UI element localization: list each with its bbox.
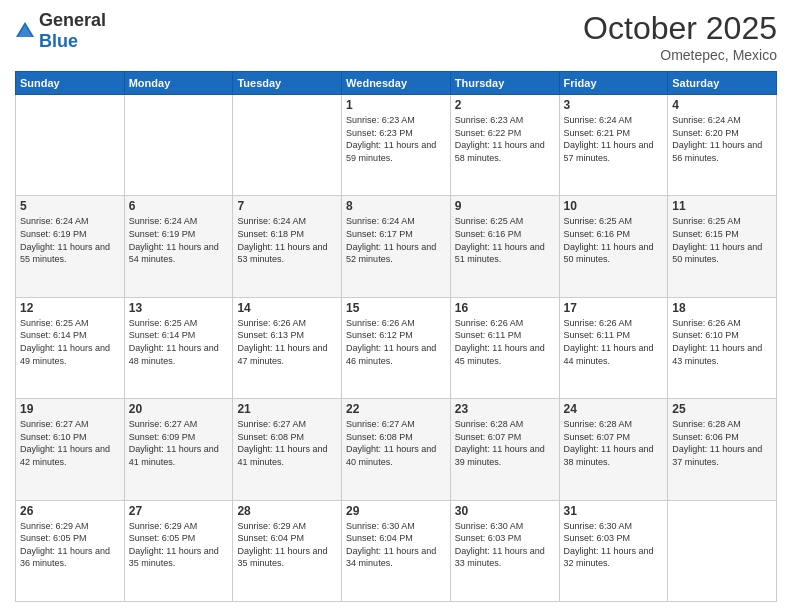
calendar-cell: 7Sunrise: 6:24 AMSunset: 6:18 PMDaylight…	[233, 196, 342, 297]
day-info: Sunrise: 6:29 AMSunset: 6:05 PMDaylight:…	[129, 520, 229, 570]
header: General Blue October 2025 Ometepec, Mexi…	[15, 10, 777, 63]
calendar-cell: 9Sunrise: 6:25 AMSunset: 6:16 PMDaylight…	[450, 196, 559, 297]
day-number: 8	[346, 199, 446, 213]
day-info: Sunrise: 6:25 AMSunset: 6:14 PMDaylight:…	[20, 317, 120, 367]
day-info: Sunrise: 6:24 AMSunset: 6:18 PMDaylight:…	[237, 215, 337, 265]
calendar-cell: 30Sunrise: 6:30 AMSunset: 6:03 PMDayligh…	[450, 500, 559, 601]
calendar-cell: 13Sunrise: 6:25 AMSunset: 6:14 PMDayligh…	[124, 297, 233, 398]
calendar-cell: 23Sunrise: 6:28 AMSunset: 6:07 PMDayligh…	[450, 399, 559, 500]
calendar-week-5: 26Sunrise: 6:29 AMSunset: 6:05 PMDayligh…	[16, 500, 777, 601]
day-info: Sunrise: 6:28 AMSunset: 6:06 PMDaylight:…	[672, 418, 772, 468]
day-number: 21	[237, 402, 337, 416]
day-header-monday: Monday	[124, 72, 233, 95]
day-number: 1	[346, 98, 446, 112]
calendar-cell: 1Sunrise: 6:23 AMSunset: 6:23 PMDaylight…	[342, 95, 451, 196]
day-info: Sunrise: 6:24 AMSunset: 6:17 PMDaylight:…	[346, 215, 446, 265]
calendar-cell: 17Sunrise: 6:26 AMSunset: 6:11 PMDayligh…	[559, 297, 668, 398]
day-number: 4	[672, 98, 772, 112]
calendar-cell: 8Sunrise: 6:24 AMSunset: 6:17 PMDaylight…	[342, 196, 451, 297]
day-header-saturday: Saturday	[668, 72, 777, 95]
day-info: Sunrise: 6:26 AMSunset: 6:11 PMDaylight:…	[455, 317, 555, 367]
calendar-week-3: 12Sunrise: 6:25 AMSunset: 6:14 PMDayligh…	[16, 297, 777, 398]
day-info: Sunrise: 6:25 AMSunset: 6:14 PMDaylight:…	[129, 317, 229, 367]
calendar-week-2: 5Sunrise: 6:24 AMSunset: 6:19 PMDaylight…	[16, 196, 777, 297]
day-number: 16	[455, 301, 555, 315]
logo-blue: Blue	[39, 31, 78, 51]
logo: General Blue	[15, 10, 106, 52]
calendar-week-1: 1Sunrise: 6:23 AMSunset: 6:23 PMDaylight…	[16, 95, 777, 196]
calendar-cell: 15Sunrise: 6:26 AMSunset: 6:12 PMDayligh…	[342, 297, 451, 398]
calendar-week-4: 19Sunrise: 6:27 AMSunset: 6:10 PMDayligh…	[16, 399, 777, 500]
day-info: Sunrise: 6:27 AMSunset: 6:08 PMDaylight:…	[237, 418, 337, 468]
calendar-cell: 14Sunrise: 6:26 AMSunset: 6:13 PMDayligh…	[233, 297, 342, 398]
day-info: Sunrise: 6:26 AMSunset: 6:12 PMDaylight:…	[346, 317, 446, 367]
day-info: Sunrise: 6:25 AMSunset: 6:16 PMDaylight:…	[455, 215, 555, 265]
logo-icon	[15, 21, 35, 41]
calendar-cell: 20Sunrise: 6:27 AMSunset: 6:09 PMDayligh…	[124, 399, 233, 500]
calendar-cell	[233, 95, 342, 196]
day-number: 23	[455, 402, 555, 416]
day-number: 12	[20, 301, 120, 315]
calendar-cell: 2Sunrise: 6:23 AMSunset: 6:22 PMDaylight…	[450, 95, 559, 196]
day-number: 24	[564, 402, 664, 416]
logo-text: General Blue	[39, 10, 106, 52]
day-header-wednesday: Wednesday	[342, 72, 451, 95]
day-number: 29	[346, 504, 446, 518]
day-info: Sunrise: 6:29 AMSunset: 6:04 PMDaylight:…	[237, 520, 337, 570]
day-info: Sunrise: 6:27 AMSunset: 6:08 PMDaylight:…	[346, 418, 446, 468]
calendar-cell	[124, 95, 233, 196]
day-number: 30	[455, 504, 555, 518]
day-info: Sunrise: 6:26 AMSunset: 6:10 PMDaylight:…	[672, 317, 772, 367]
day-number: 3	[564, 98, 664, 112]
day-number: 2	[455, 98, 555, 112]
day-number: 27	[129, 504, 229, 518]
day-info: Sunrise: 6:27 AMSunset: 6:10 PMDaylight:…	[20, 418, 120, 468]
calendar-cell: 10Sunrise: 6:25 AMSunset: 6:16 PMDayligh…	[559, 196, 668, 297]
day-info: Sunrise: 6:25 AMSunset: 6:15 PMDaylight:…	[672, 215, 772, 265]
day-info: Sunrise: 6:24 AMSunset: 6:20 PMDaylight:…	[672, 114, 772, 164]
calendar-cell: 19Sunrise: 6:27 AMSunset: 6:10 PMDayligh…	[16, 399, 125, 500]
calendar-cell: 24Sunrise: 6:28 AMSunset: 6:07 PMDayligh…	[559, 399, 668, 500]
day-number: 17	[564, 301, 664, 315]
day-number: 9	[455, 199, 555, 213]
day-number: 7	[237, 199, 337, 213]
day-number: 11	[672, 199, 772, 213]
day-info: Sunrise: 6:24 AMSunset: 6:19 PMDaylight:…	[20, 215, 120, 265]
calendar-cell: 27Sunrise: 6:29 AMSunset: 6:05 PMDayligh…	[124, 500, 233, 601]
calendar-cell: 26Sunrise: 6:29 AMSunset: 6:05 PMDayligh…	[16, 500, 125, 601]
calendar-cell: 3Sunrise: 6:24 AMSunset: 6:21 PMDaylight…	[559, 95, 668, 196]
calendar-cell: 25Sunrise: 6:28 AMSunset: 6:06 PMDayligh…	[668, 399, 777, 500]
calendar-cell: 29Sunrise: 6:30 AMSunset: 6:04 PMDayligh…	[342, 500, 451, 601]
day-number: 14	[237, 301, 337, 315]
day-number: 15	[346, 301, 446, 315]
day-number: 13	[129, 301, 229, 315]
day-info: Sunrise: 6:30 AMSunset: 6:04 PMDaylight:…	[346, 520, 446, 570]
calendar-cell: 6Sunrise: 6:24 AMSunset: 6:19 PMDaylight…	[124, 196, 233, 297]
calendar-cell: 11Sunrise: 6:25 AMSunset: 6:15 PMDayligh…	[668, 196, 777, 297]
day-header-sunday: Sunday	[16, 72, 125, 95]
calendar-header-row: SundayMondayTuesdayWednesdayThursdayFrid…	[16, 72, 777, 95]
calendar-cell	[668, 500, 777, 601]
day-info: Sunrise: 6:27 AMSunset: 6:09 PMDaylight:…	[129, 418, 229, 468]
calendar-cell	[16, 95, 125, 196]
day-info: Sunrise: 6:24 AMSunset: 6:19 PMDaylight:…	[129, 215, 229, 265]
calendar-cell: 28Sunrise: 6:29 AMSunset: 6:04 PMDayligh…	[233, 500, 342, 601]
calendar: SundayMondayTuesdayWednesdayThursdayFrid…	[15, 71, 777, 602]
day-header-tuesday: Tuesday	[233, 72, 342, 95]
month-title: October 2025	[583, 10, 777, 47]
day-info: Sunrise: 6:29 AMSunset: 6:05 PMDaylight:…	[20, 520, 120, 570]
calendar-cell: 18Sunrise: 6:26 AMSunset: 6:10 PMDayligh…	[668, 297, 777, 398]
day-info: Sunrise: 6:30 AMSunset: 6:03 PMDaylight:…	[455, 520, 555, 570]
day-number: 31	[564, 504, 664, 518]
day-number: 25	[672, 402, 772, 416]
day-number: 19	[20, 402, 120, 416]
day-number: 18	[672, 301, 772, 315]
day-info: Sunrise: 6:28 AMSunset: 6:07 PMDaylight:…	[564, 418, 664, 468]
calendar-cell: 31Sunrise: 6:30 AMSunset: 6:03 PMDayligh…	[559, 500, 668, 601]
day-info: Sunrise: 6:23 AMSunset: 6:23 PMDaylight:…	[346, 114, 446, 164]
day-number: 10	[564, 199, 664, 213]
location-title: Ometepec, Mexico	[583, 47, 777, 63]
day-info: Sunrise: 6:30 AMSunset: 6:03 PMDaylight:…	[564, 520, 664, 570]
day-info: Sunrise: 6:25 AMSunset: 6:16 PMDaylight:…	[564, 215, 664, 265]
day-info: Sunrise: 6:23 AMSunset: 6:22 PMDaylight:…	[455, 114, 555, 164]
